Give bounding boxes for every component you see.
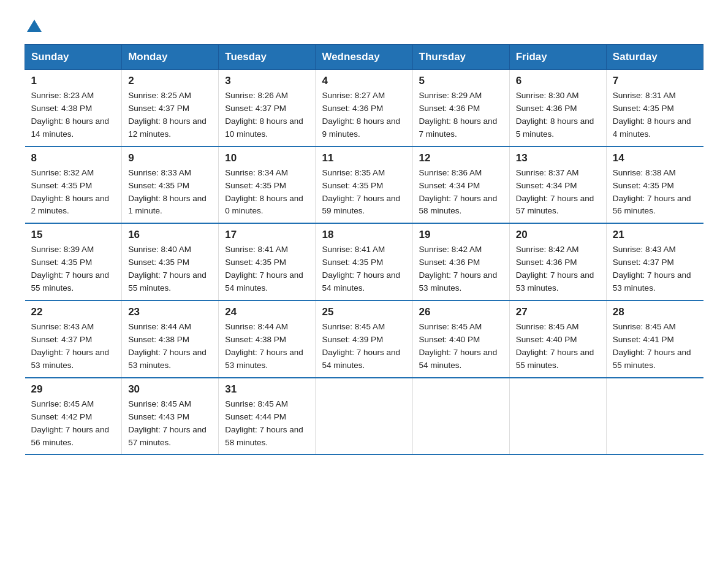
day-info: Sunrise: 8:45 AMSunset: 4:43 PMDaylight:… (128, 399, 207, 447)
day-number: 21 (613, 229, 697, 241)
day-number: 2 (128, 75, 212, 87)
day-number: 1 (31, 75, 116, 87)
column-header-sunday: Sunday (25, 45, 122, 70)
calendar-cell: 20 Sunrise: 8:42 AMSunset: 4:36 PMDaylig… (509, 223, 606, 301)
day-number: 16 (128, 229, 212, 241)
calendar-cell: 7 Sunrise: 8:31 AMSunset: 4:35 PMDayligh… (606, 70, 703, 147)
calendar-cell: 3 Sunrise: 8:26 AMSunset: 4:37 PMDayligh… (219, 70, 316, 147)
calendar-week-row: 29 Sunrise: 8:45 AMSunset: 4:42 PMDaylig… (25, 378, 703, 455)
day-info: Sunrise: 8:29 AMSunset: 4:36 PMDaylight:… (419, 91, 498, 139)
day-info: Sunrise: 8:25 AMSunset: 4:37 PMDaylight:… (128, 91, 207, 139)
day-number: 22 (31, 306, 116, 318)
day-info: Sunrise: 8:45 AMSunset: 4:42 PMDaylight:… (31, 399, 110, 447)
calendar-cell: 24 Sunrise: 8:44 AMSunset: 4:38 PMDaylig… (219, 301, 316, 378)
column-header-thursday: Thursday (412, 45, 509, 70)
day-info: Sunrise: 8:35 AMSunset: 4:35 PMDaylight:… (322, 168, 400, 216)
calendar-cell: 17 Sunrise: 8:41 AMSunset: 4:35 PMDaylig… (219, 223, 316, 301)
day-number: 7 (613, 75, 697, 87)
calendar-cell: 25 Sunrise: 8:45 AMSunset: 4:39 PMDaylig… (316, 301, 412, 378)
day-info: Sunrise: 8:36 AMSunset: 4:34 PMDaylight:… (419, 168, 498, 216)
calendar-cell: 30 Sunrise: 8:45 AMSunset: 4:43 PMDaylig… (122, 378, 219, 455)
calendar-cell: 28 Sunrise: 8:45 AMSunset: 4:41 PMDaylig… (606, 301, 703, 378)
day-number: 15 (31, 229, 116, 241)
calendar-cell: 8 Sunrise: 8:32 AMSunset: 4:35 PMDayligh… (25, 147, 122, 224)
logo (25, 18, 42, 32)
day-info: Sunrise: 8:34 AMSunset: 4:35 PMDaylight:… (225, 168, 303, 216)
calendar-cell: 12 Sunrise: 8:36 AMSunset: 4:34 PMDaylig… (412, 147, 509, 224)
day-number: 4 (322, 75, 406, 87)
calendar-cell: 9 Sunrise: 8:33 AMSunset: 4:35 PMDayligh… (122, 147, 219, 224)
day-number: 17 (225, 229, 309, 241)
day-number: 27 (516, 306, 600, 318)
day-info: Sunrise: 8:40 AMSunset: 4:35 PMDaylight:… (128, 245, 207, 293)
day-number: 8 (31, 152, 116, 164)
calendar-cell: 10 Sunrise: 8:34 AMSunset: 4:35 PMDaylig… (219, 147, 316, 224)
calendar-week-row: 15 Sunrise: 8:39 AMSunset: 4:35 PMDaylig… (25, 223, 703, 301)
day-info: Sunrise: 8:43 AMSunset: 4:37 PMDaylight:… (613, 245, 691, 293)
calendar-cell: 13 Sunrise: 8:37 AMSunset: 4:34 PMDaylig… (509, 147, 606, 224)
calendar-cell: 19 Sunrise: 8:42 AMSunset: 4:36 PMDaylig… (412, 223, 509, 301)
day-info: Sunrise: 8:39 AMSunset: 4:35 PMDaylight:… (31, 245, 110, 293)
calendar-cell: 16 Sunrise: 8:40 AMSunset: 4:35 PMDaylig… (122, 223, 219, 301)
calendar-cell: 23 Sunrise: 8:44 AMSunset: 4:38 PMDaylig… (122, 301, 219, 378)
day-number: 31 (225, 383, 309, 396)
calendar-week-row: 1 Sunrise: 8:23 AMSunset: 4:38 PMDayligh… (25, 70, 703, 147)
column-header-tuesday: Tuesday (219, 45, 316, 70)
calendar-cell: 29 Sunrise: 8:45 AMSunset: 4:42 PMDaylig… (25, 378, 122, 455)
day-info: Sunrise: 8:23 AMSunset: 4:38 PMDaylight:… (31, 91, 110, 139)
day-info: Sunrise: 8:31 AMSunset: 4:35 PMDaylight:… (613, 91, 691, 139)
calendar-cell: 5 Sunrise: 8:29 AMSunset: 4:36 PMDayligh… (412, 70, 509, 147)
day-info: Sunrise: 8:45 AMSunset: 4:39 PMDaylight:… (322, 322, 400, 370)
calendar-cell: 14 Sunrise: 8:38 AMSunset: 4:35 PMDaylig… (606, 147, 703, 224)
day-info: Sunrise: 8:26 AMSunset: 4:37 PMDaylight:… (225, 91, 303, 139)
day-number: 3 (225, 75, 309, 87)
day-number: 26 (419, 306, 503, 318)
calendar-cell: 27 Sunrise: 8:45 AMSunset: 4:40 PMDaylig… (509, 301, 606, 378)
calendar-cell: 21 Sunrise: 8:43 AMSunset: 4:37 PMDaylig… (606, 223, 703, 301)
day-number: 29 (31, 383, 116, 396)
day-info: Sunrise: 8:32 AMSunset: 4:35 PMDaylight:… (31, 168, 110, 216)
day-number: 30 (128, 383, 212, 396)
day-number: 18 (322, 229, 406, 241)
calendar-cell: 18 Sunrise: 8:41 AMSunset: 4:35 PMDaylig… (316, 223, 412, 301)
calendar-cell (606, 378, 703, 455)
calendar-cell: 15 Sunrise: 8:39 AMSunset: 4:35 PMDaylig… (25, 223, 122, 301)
column-header-saturday: Saturday (606, 45, 703, 70)
day-number: 28 (613, 306, 697, 318)
day-info: Sunrise: 8:44 AMSunset: 4:38 PMDaylight:… (225, 322, 303, 370)
calendar-cell (316, 378, 412, 455)
day-info: Sunrise: 8:38 AMSunset: 4:35 PMDaylight:… (613, 168, 691, 216)
logo-triangle-icon (27, 20, 42, 32)
day-info: Sunrise: 8:27 AMSunset: 4:36 PMDaylight:… (322, 91, 400, 139)
day-info: Sunrise: 8:45 AMSunset: 4:40 PMDaylight:… (419, 322, 498, 370)
page-header (25, 18, 703, 32)
day-info: Sunrise: 8:44 AMSunset: 4:38 PMDaylight:… (128, 322, 207, 370)
day-info: Sunrise: 8:43 AMSunset: 4:37 PMDaylight:… (31, 322, 110, 370)
day-number: 12 (419, 152, 503, 164)
day-info: Sunrise: 8:37 AMSunset: 4:34 PMDaylight:… (516, 168, 594, 216)
column-header-monday: Monday (122, 45, 219, 70)
day-number: 23 (128, 306, 212, 318)
calendar-cell: 2 Sunrise: 8:25 AMSunset: 4:37 PMDayligh… (122, 70, 219, 147)
day-info: Sunrise: 8:33 AMSunset: 4:35 PMDaylight:… (128, 168, 207, 216)
day-info: Sunrise: 8:42 AMSunset: 4:36 PMDaylight:… (419, 245, 498, 293)
day-info: Sunrise: 8:41 AMSunset: 4:35 PMDaylight:… (322, 245, 400, 293)
day-number: 10 (225, 152, 309, 164)
column-header-friday: Friday (509, 45, 606, 70)
day-number: 6 (516, 75, 600, 87)
day-number: 25 (322, 306, 406, 318)
calendar-header-row: SundayMondayTuesdayWednesdayThursdayFrid… (25, 45, 703, 70)
day-info: Sunrise: 8:30 AMSunset: 4:36 PMDaylight:… (516, 91, 594, 139)
calendar-week-row: 22 Sunrise: 8:43 AMSunset: 4:37 PMDaylig… (25, 301, 703, 378)
calendar-cell (412, 378, 509, 455)
day-info: Sunrise: 8:45 AMSunset: 4:44 PMDaylight:… (225, 399, 303, 447)
calendar-cell: 31 Sunrise: 8:45 AMSunset: 4:44 PMDaylig… (219, 378, 316, 455)
calendar-week-row: 8 Sunrise: 8:32 AMSunset: 4:35 PMDayligh… (25, 147, 703, 224)
calendar-cell: 22 Sunrise: 8:43 AMSunset: 4:37 PMDaylig… (25, 301, 122, 378)
day-info: Sunrise: 8:45 AMSunset: 4:41 PMDaylight:… (613, 322, 691, 370)
day-number: 24 (225, 306, 309, 318)
calendar-cell: 4 Sunrise: 8:27 AMSunset: 4:36 PMDayligh… (316, 70, 412, 147)
calendar-cell: 11 Sunrise: 8:35 AMSunset: 4:35 PMDaylig… (316, 147, 412, 224)
column-header-wednesday: Wednesday (316, 45, 412, 70)
day-number: 5 (419, 75, 503, 87)
